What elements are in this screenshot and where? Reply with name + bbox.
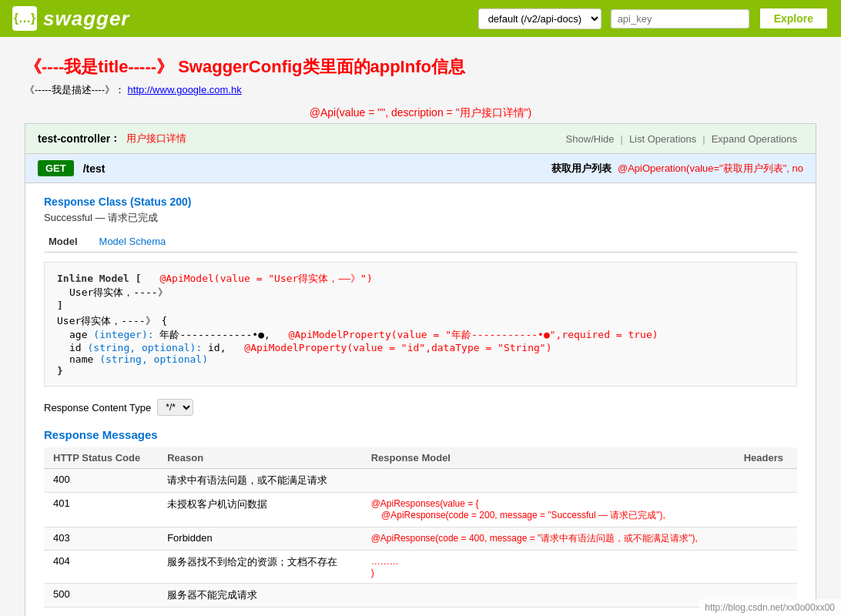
model-cell bbox=[362, 469, 735, 493]
user-block-close: } bbox=[57, 365, 784, 377]
app-description: 《-----我是描述----》： http://www.google.com.h… bbox=[25, 83, 816, 97]
main-content: 《----我是title-----》 SwaggerConfig类里面的appI… bbox=[0, 37, 841, 616]
inline-model-header: Inline Model [ @ApiModel(value = "User得实… bbox=[57, 272, 784, 286]
headers-cell bbox=[735, 493, 797, 527]
operation-summary: 获取用户列表 bbox=[551, 162, 611, 176]
inline-model-user: User得实体，----》 bbox=[69, 286, 784, 300]
controller-header: test-controller ： 用户接口详情 Show/Hide | Lis… bbox=[25, 124, 816, 154]
name-prop: name (string, optional) bbox=[69, 353, 784, 365]
tab-model[interactable]: Model bbox=[44, 234, 82, 249]
status-code-cell: 404 bbox=[44, 551, 158, 584]
controller-name: test-controller bbox=[38, 132, 110, 145]
response-content-type: Response Content Type */* bbox=[44, 399, 797, 416]
explore-button[interactable]: Explore bbox=[759, 7, 829, 30]
controller-actions: Show/Hide | List Operations | Expand Ope… bbox=[560, 133, 803, 145]
swagger-logo-text: swagger bbox=[43, 7, 130, 31]
table-row: 400 请求中有语法问题，或不能满足请求 bbox=[44, 469, 797, 493]
user-block-open: User得实体，----》 { bbox=[57, 314, 784, 328]
response-messages-title: Response Messages bbox=[44, 428, 797, 441]
model-cell: @ApiResponses(value = { @ApiResponse(cod… bbox=[362, 493, 735, 527]
status-code-cell: 403 bbox=[44, 527, 158, 551]
header: {…} swagger default (/v2/api-docs) Explo… bbox=[0, 0, 841, 37]
model-cell: ………) bbox=[362, 551, 735, 584]
col-response-model: Response Model bbox=[362, 447, 735, 469]
model-content: Inline Model [ @ApiModel(value = "User得实… bbox=[44, 262, 797, 387]
model-cell bbox=[362, 584, 735, 608]
status-code-cell: 401 bbox=[44, 493, 158, 527]
model-tabs: Model Model Schema bbox=[44, 234, 797, 253]
controller-description: 用户接口详情 bbox=[126, 132, 186, 146]
id-prop: id (string, optional): id, @ApiModelProp… bbox=[69, 342, 784, 353]
col-headers: Headers bbox=[735, 447, 797, 469]
api-annotation: @Api(value = "", description = "用户接口详情") bbox=[25, 106, 816, 120]
table-row: 401 未授权客户机访问数据 @ApiResponses(value = { @… bbox=[44, 493, 797, 527]
col-reason: Reason bbox=[158, 447, 362, 469]
model-cell: @ApiResponse(code = 400, message = "请求中有… bbox=[362, 527, 735, 551]
reason-cell: 请求中有语法问题，或不能满足请求 bbox=[158, 469, 362, 493]
table-header-row: HTTP Status Code Reason Response Model H… bbox=[44, 447, 797, 469]
app-title: 《----我是title-----》 SwaggerConfig类里面的appI… bbox=[25, 55, 816, 79]
reason-cell: 服务器找不到给定的资源；文档不存在 bbox=[158, 551, 362, 584]
operation-annotation: @ApiOperation(value="获取用户列表", no bbox=[618, 162, 803, 176]
content-type-select[interactable]: */* bbox=[157, 399, 193, 416]
operation-details: Response Class (Status 200) Successful —… bbox=[25, 183, 816, 616]
col-status-code: HTTP Status Code bbox=[44, 447, 158, 469]
api-docs-select[interactable]: default (/v2/api-docs) bbox=[478, 8, 601, 29]
headers-cell bbox=[735, 469, 797, 493]
reason-cell: 未授权客户机访问数据 bbox=[158, 493, 362, 527]
headers-cell bbox=[735, 527, 797, 551]
inline-model-close: ] bbox=[57, 300, 784, 311]
response-class-title: Response Class (Status 200) bbox=[44, 196, 797, 208]
operation-path: /test bbox=[83, 162, 106, 175]
app-description-link[interactable]: http://www.google.com.hk bbox=[128, 84, 242, 95]
table-row: 404 服务器找不到给定的资源；文档不存在 ………) bbox=[44, 551, 797, 584]
swagger-icon: {…} bbox=[12, 6, 37, 31]
table-row: 403 Forbidden @ApiResponse(code = 400, m… bbox=[44, 527, 797, 551]
api-key-input[interactable] bbox=[611, 9, 749, 28]
operation-row[interactable]: GET /test 获取用户列表 @ApiOperation(value="获取… bbox=[25, 154, 816, 183]
response-class-desc: Successful — 请求已完成 bbox=[44, 211, 797, 225]
header-logo: {…} swagger bbox=[12, 6, 130, 31]
headers-cell bbox=[735, 551, 797, 584]
expand-operations-link[interactable]: Expand Operations bbox=[705, 133, 803, 145]
age-prop: age (integer): 年龄------------•●, @ApiMod… bbox=[69, 328, 784, 342]
response-table: HTTP Status Code Reason Response Model H… bbox=[44, 447, 797, 608]
show-hide-link[interactable]: Show/Hide bbox=[560, 133, 621, 145]
tab-model-schema[interactable]: Model Schema bbox=[95, 234, 171, 249]
list-operations-link[interactable]: List Operations bbox=[623, 133, 702, 145]
table-row: 500 服务器不能完成请求 bbox=[44, 584, 797, 608]
reason-cell: Forbidden bbox=[158, 527, 362, 551]
controller-section: test-controller ： 用户接口详情 Show/Hide | Lis… bbox=[25, 123, 816, 616]
status-code-cell: 400 bbox=[44, 469, 158, 493]
method-badge: GET bbox=[38, 160, 74, 176]
footer-url: http://blog.csdn.net/xx0o00xx00 bbox=[699, 599, 841, 616]
reason-cell: 服务器不能完成请求 bbox=[158, 584, 362, 608]
status-code-cell: 500 bbox=[44, 584, 158, 608]
